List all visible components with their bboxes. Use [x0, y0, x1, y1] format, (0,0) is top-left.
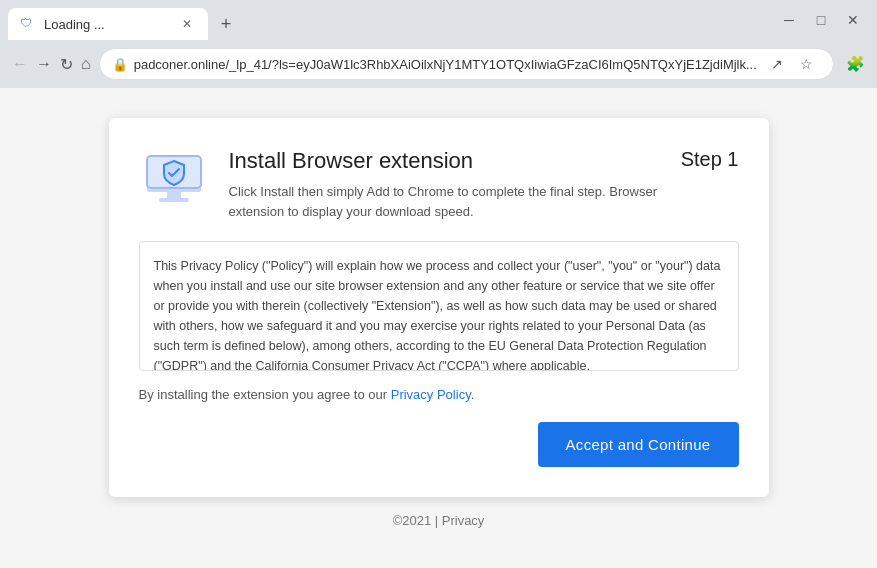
tab-close-button[interactable]: ✕: [178, 15, 196, 33]
step-label: Step 1: [681, 148, 739, 171]
extensions-icon[interactable]: 🧩: [842, 50, 870, 78]
svg-rect-2: [159, 198, 189, 202]
tab-favicon: 🛡: [20, 16, 36, 32]
header-text: Install Browser extension Click Install …: [229, 148, 681, 221]
svg-rect-1: [167, 192, 181, 198]
new-tab-button[interactable]: +: [212, 10, 240, 38]
address-bar: ← → ↻ ⌂ 🔒 padconer.online/_lp_41/?ls=eyJ…: [0, 40, 877, 88]
tab-title: Loading ...: [44, 17, 170, 32]
page-footer: ©2021 | Privacy: [377, 497, 501, 544]
lock-icon: 🔒: [112, 57, 128, 72]
install-desc: Click Install then simply Add to Chrome …: [229, 182, 681, 221]
extension-icon: [139, 148, 209, 218]
maximize-button[interactable]: □: [813, 12, 829, 28]
window-controls: ─ □ ✕: [781, 12, 869, 36]
close-button[interactable]: ✕: [845, 12, 861, 28]
browser-tab[interactable]: 🛡 Loading ... ✕: [8, 8, 208, 40]
page-content: Install Browser extension Click Install …: [0, 88, 877, 568]
install-title: Install Browser extension: [229, 148, 681, 174]
privacy-policy-text: This Privacy Policy ("Policy") will expl…: [154, 259, 721, 371]
modal-header: Install Browser extension Click Install …: [139, 148, 739, 221]
modal-card: Install Browser extension Click Install …: [109, 118, 769, 497]
reload-button[interactable]: ↻: [60, 50, 73, 78]
footer-copyright: ©2021 | Privacy: [393, 513, 485, 528]
agree-text: By installing the extension you agree to…: [139, 387, 739, 402]
chrome-frame: 🛡 Loading ... ✕ + ─ □ ✕ ← → ↻ ⌂ 🔒 padcon…: [0, 0, 877, 88]
agree-period: .: [471, 387, 475, 402]
forward-button[interactable]: →: [36, 50, 52, 78]
title-bar: 🛡 Loading ... ✕ + ─ □ ✕: [0, 0, 877, 40]
minimize-button[interactable]: ─: [781, 12, 797, 28]
accept-continue-button[interactable]: Accept and Continue: [538, 422, 739, 467]
address-text: padconer.online/_lp_41/?ls=eyJ0aW1lc3Rhb…: [134, 57, 757, 72]
privacy-policy-link[interactable]: Privacy Policy: [391, 387, 471, 402]
bookmark-icon[interactable]: ☆: [793, 50, 821, 78]
address-actions: ↗ ☆: [763, 50, 821, 78]
share-icon[interactable]: ↗: [763, 50, 791, 78]
agree-static-text: By installing the extension you agree to…: [139, 387, 391, 402]
address-input-wrapper[interactable]: 🔒 padconer.online/_lp_41/?ls=eyJ0aW1lc3R…: [99, 48, 834, 80]
back-button[interactable]: ←: [12, 50, 28, 78]
home-button[interactable]: ⌂: [81, 50, 91, 78]
toolbar-icons: 🧩 👤 ⋮: [842, 50, 877, 78]
privacy-policy-box[interactable]: This Privacy Policy ("Policy") will expl…: [139, 241, 739, 371]
